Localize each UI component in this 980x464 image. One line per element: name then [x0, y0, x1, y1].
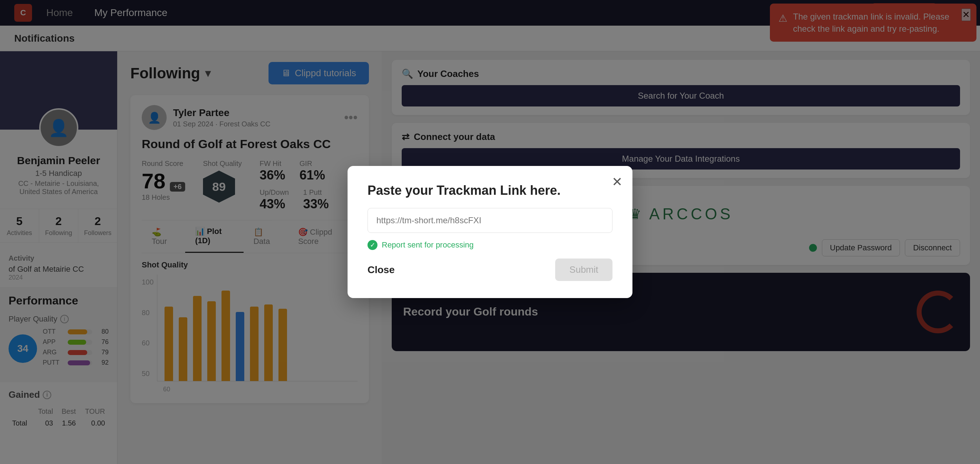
- modal-actions: Close Submit: [368, 259, 612, 281]
- check-icon: ✓: [368, 240, 377, 250]
- modal-title: Paste your Trackman Link here.: [368, 183, 612, 198]
- modal-close-button[interactable]: Close: [368, 264, 395, 276]
- trackman-link-input[interactable]: [368, 208, 612, 233]
- success-message: ✓ Report sent for processing: [368, 240, 612, 250]
- modal-close-x-button[interactable]: ✕: [612, 175, 622, 189]
- modal-submit-button[interactable]: Submit: [555, 259, 612, 281]
- modal-overlay: Paste your Trackman Link here. ✕ ✓ Repor…: [0, 0, 980, 464]
- trackman-modal: Paste your Trackman Link here. ✕ ✓ Repor…: [348, 166, 632, 298]
